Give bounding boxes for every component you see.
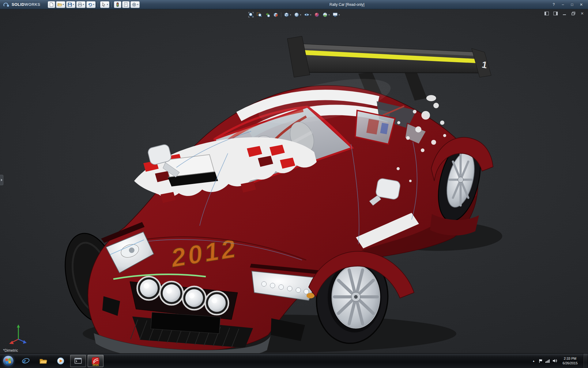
close-button[interactable]: ✕ <box>577 1 586 8</box>
undo-arrow-icon <box>88 2 92 7</box>
zoom-to-fit-icon <box>248 12 254 17</box>
media-player-icon <box>57 357 65 365</box>
minimize-document-button[interactable] <box>561 11 568 16</box>
chevron-down-icon: ▾ <box>83 3 84 6</box>
start-button[interactable] <box>0 354 17 368</box>
chevron-down-icon: ▾ <box>63 3 64 6</box>
view-settings-icon <box>333 12 338 17</box>
chevron-down-icon: ▾ <box>290 13 291 16</box>
volume-icon[interactable] <box>552 359 557 363</box>
app-titlebar: SOLIDWORKS ▾ ▾ ▾ ▾ ▾ <box>0 0 588 9</box>
show-right-pane-button[interactable] <box>552 11 559 16</box>
print-button[interactable]: ▾ <box>76 1 85 8</box>
taskbar-item-media-player[interactable] <box>53 355 69 367</box>
clock-time: 2:33 PM <box>563 356 578 361</box>
view-orientation-cube-icon <box>284 12 289 17</box>
close-document-button[interactable]: ✕ <box>579 11 586 16</box>
solidworks-brand: SOLIDWORKS <box>0 2 43 7</box>
windows-taskbar: e 2015 ▴ 2:33 PM <box>0 353 588 368</box>
featuremanager-collapsed-tab[interactable] <box>0 175 3 185</box>
select-cursor-icon <box>101 2 106 7</box>
help-button[interactable]: ? <box>549 1 558 8</box>
network-icon[interactable] <box>545 359 550 363</box>
document-window-controls: ✕ <box>543 11 586 16</box>
zoom-to-fit-button[interactable] <box>247 11 255 18</box>
restore-document-button[interactable] <box>570 11 577 16</box>
show-desktop-button[interactable] <box>583 354 587 368</box>
document-title: Rally Car [Read-only] <box>330 2 364 7</box>
minimize-icon <box>563 12 566 15</box>
internet-explorer-icon: e <box>22 357 30 365</box>
chevron-down-icon: ▾ <box>339 13 340 16</box>
select-button[interactable]: ▾ <box>100 1 109 8</box>
graphics-viewport[interactable]: 1 <box>0 9 588 353</box>
maximize-button[interactable]: □ <box>568 1 576 8</box>
toolbar-separator <box>98 2 98 7</box>
chevron-down-icon: ▾ <box>107 3 108 6</box>
display-style-button[interactable]: ▾ <box>292 11 302 18</box>
taskbar-item-solidworks-2015[interactable]: 2015 <box>88 355 104 367</box>
hide-show-items-button[interactable]: ▾ <box>303 11 312 18</box>
undo-button[interactable]: ▾ <box>86 1 96 8</box>
view-settings-button[interactable]: ▾ <box>331 11 341 18</box>
new-document-icon <box>49 2 54 7</box>
taskbar-clock[interactable]: 2:33 PM 6/26/2015 <box>560 356 580 366</box>
eye-icon <box>304 12 309 17</box>
printer-icon <box>77 2 82 7</box>
taskbar-item-internet-explorer[interactable]: e <box>18 355 34 367</box>
tray-icons <box>539 359 557 363</box>
options-button[interactable]: ▾ <box>130 1 140 8</box>
file-properties-icon <box>123 2 128 7</box>
show-left-pane-button[interactable] <box>543 11 550 16</box>
view-orientation-button[interactable]: ▾ <box>282 11 292 18</box>
view-orientation-label: *Dimetric <box>3 348 18 353</box>
solidworks-version-badge: 2015 <box>92 363 99 366</box>
save-disk-icon <box>67 2 72 7</box>
reference-triad <box>8 321 29 345</box>
zoom-to-area-icon <box>256 12 262 17</box>
apply-scene-button[interactable]: ▾ <box>321 11 331 18</box>
folder-icon <box>39 357 47 365</box>
heads-up-view-toolbar: ▾ ▾ ▾ ▾ ▾ <box>247 11 341 18</box>
open-button[interactable]: ▾ <box>56 1 65 8</box>
command-prompt-icon <box>74 357 82 365</box>
taskbar-item-windows-explorer[interactable] <box>35 355 51 367</box>
file-properties-button[interactable] <box>122 1 130 8</box>
chevron-down-icon: ▾ <box>137 3 138 6</box>
chevron-down-icon: ▾ <box>73 3 74 6</box>
file-toolbar: ▾ ▾ ▾ ▾ ▾ ▾ <box>48 1 140 8</box>
rally-car-model[interactable]: 1 <box>0 9 588 353</box>
left-pane-icon <box>545 12 549 15</box>
new-button[interactable] <box>48 1 55 8</box>
clock-date: 6/26/2015 <box>563 361 578 366</box>
zoom-to-area-button[interactable] <box>255 11 263 18</box>
show-hidden-icons-button[interactable]: ▴ <box>532 358 536 364</box>
gear-icon <box>132 2 137 7</box>
restore-icon <box>571 12 575 15</box>
save-button[interactable]: ▾ <box>66 1 75 8</box>
section-view-button[interactable] <box>272 11 280 18</box>
action-center-flag-icon[interactable] <box>539 359 543 363</box>
scene-icon <box>322 12 328 17</box>
rebuild-button[interactable] <box>114 1 121 8</box>
taskbar-item-command-prompt[interactable] <box>70 355 86 367</box>
solidworks-logo <box>3 2 10 7</box>
previous-view-button[interactable] <box>263 11 271 18</box>
section-view-icon <box>273 12 278 17</box>
system-tray: ▴ 2:33 PM 6/26/2015 <box>532 354 588 368</box>
brand-text: SOLIDWORKS <box>12 2 40 7</box>
rebuild-trafficlight-icon <box>115 2 120 7</box>
edit-appearance-button[interactable] <box>313 11 321 18</box>
chevron-down-icon: ▾ <box>310 13 311 16</box>
taskbar-items: e 2015 <box>18 355 104 367</box>
window-controls: ? – □ ✕ <box>549 1 588 8</box>
right-pane-icon <box>553 12 558 15</box>
chevron-down-icon: ▾ <box>93 3 94 6</box>
appearance-ball-icon <box>314 12 320 17</box>
display-style-icon <box>294 12 299 17</box>
open-folder-icon <box>57 2 62 7</box>
minimize-button[interactable]: – <box>559 1 567 8</box>
previous-view-icon <box>265 12 270 17</box>
chevron-down-icon: ▾ <box>300 13 301 16</box>
chevron-down-icon: ▾ <box>329 13 330 16</box>
